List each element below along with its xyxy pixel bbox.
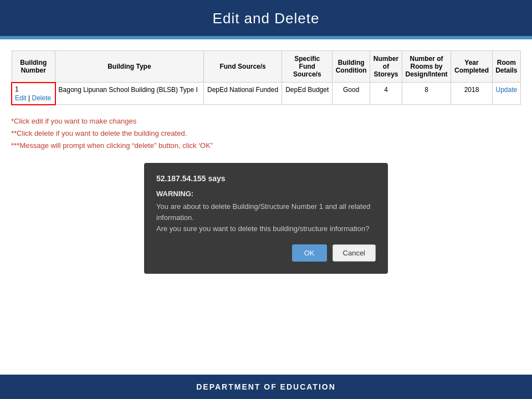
cell-room-details: Update	[492, 83, 520, 105]
col-year: YearCompleted	[451, 51, 492, 83]
cell-fund-source: DepEd National Funded	[203, 83, 282, 105]
footer-text: Department of Education	[196, 382, 336, 391]
cell-building-type: Bagong Lipunan School Building (BLSB) Ty…	[55, 83, 204, 105]
table-row: 1 Edit | Delete Bagong Lipunan School Bu…	[12, 83, 521, 105]
cell-rooms: 8	[402, 83, 451, 105]
page-footer: Department of Education	[0, 375, 532, 399]
col-room-details: RoomDetails	[492, 51, 520, 83]
cell-specific-fund: DepEd Budget	[282, 83, 332, 105]
building-number-value: 1	[15, 85, 52, 93]
dialog-message: You are about to delete Building/Structu…	[156, 201, 376, 234]
page-title: Edit and Delete	[0, 10, 532, 27]
main-content: BuildingNumber Building Type Fund Source…	[0, 39, 532, 375]
cell-building-number: 1 Edit | Delete	[12, 83, 55, 105]
dialog-warning-label: WARNING:	[156, 190, 376, 198]
instruction-line-1: *Click edit if you want to make changes	[11, 115, 521, 127]
col-fund-source: Fund Source/s	[203, 51, 282, 83]
dialog-site: 52.187.54.155 says	[156, 174, 376, 183]
col-condition: BuildingCondition	[332, 51, 370, 83]
dialog-message-line2: Are you sure you want to delete this bui…	[156, 224, 369, 233]
edit-link[interactable]: Edit	[15, 94, 27, 102]
page-header: Edit and Delete	[0, 0, 532, 36]
col-building-number: BuildingNumber	[12, 51, 55, 83]
delete-link[interactable]: Delete	[32, 94, 51, 102]
col-specific-fund: SpecificFundSource/s	[282, 51, 332, 83]
dialog-buttons: OK Cancel	[156, 244, 376, 262]
confirm-dialog: 52.187.54.155 says WARNING: You are abou…	[144, 163, 388, 274]
cell-storeys: 4	[370, 83, 402, 105]
cell-condition: Good	[332, 83, 370, 105]
instructions-block: *Click edit if you want to make changes …	[11, 115, 521, 152]
update-link[interactable]: Update	[495, 86, 517, 94]
instruction-line-3: ***Message will prompt when clicking “de…	[11, 140, 521, 152]
col-building-type: Building Type	[55, 51, 204, 83]
cell-year: 2018	[451, 83, 492, 105]
instruction-line-2: **Click delete if you want to delete the…	[11, 127, 521, 140]
ok-button[interactable]: OK	[292, 244, 327, 262]
col-rooms: Number ofRooms byDesign/Intent	[402, 51, 451, 83]
dialog-backdrop: 52.187.54.155 says WARNING: You are abou…	[11, 163, 521, 274]
buildings-table: BuildingNumber Building Type Fund Source…	[11, 50, 521, 105]
cancel-button[interactable]: Cancel	[332, 244, 376, 262]
col-storeys: NumberofStoreys	[370, 51, 402, 83]
dialog-message-line1: You are about to delete Building/Structu…	[156, 202, 370, 222]
